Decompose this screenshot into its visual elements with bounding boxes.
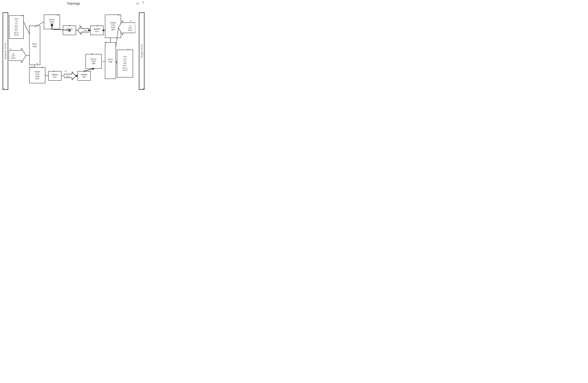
target-scsi-box: Target SCSI xyxy=(139,12,145,90)
ref-16: 16 xyxy=(41,67,43,68)
svg-text:10: 10 xyxy=(136,3,138,5)
serdes-8-10-right-box: SERDES8/10 xyxy=(90,26,104,35)
ref-24: 24 xyxy=(91,53,93,55)
serdes-8-10-right-label: SERDES8/10 xyxy=(94,28,100,33)
ref-14: 14 xyxy=(9,48,11,50)
target-scsi-label: Target SCSI xyxy=(140,44,143,58)
receive-serial-shift-top-label: ReceiveSerialShift xyxy=(49,19,55,25)
signals-left-box: MSGC/DI/OREQSELBSYBus LoBus Hi xyxy=(9,15,24,39)
fibre-top-arrow: Fibre xyxy=(78,26,89,36)
signals-left-text: MSGC/DI/OREQSELBSYBus LoBus Hi xyxy=(14,18,19,36)
serdes-10-8-bottom-box: SERDES10/8 xyxy=(78,71,91,81)
svg-marker-5 xyxy=(64,72,76,80)
ref-40: 40 xyxy=(68,25,70,26)
serdes-8-10-left-label: SERDES8/10 xyxy=(52,74,58,78)
atn-ack-signals-box: ATNACKSELBSYRSTBus LoBus Hi xyxy=(117,50,133,77)
ref-44: 44 xyxy=(36,63,38,65)
serdes-10-8-top-box: SERDES10/8 xyxy=(63,26,76,35)
svg-line-20 xyxy=(45,75,48,76)
svg-line-29 xyxy=(116,61,117,63)
svg-text:All: All xyxy=(129,25,131,27)
ref-26: 26 xyxy=(105,41,106,43)
driver-logic-right-label: DriverLogic xyxy=(108,58,113,63)
page-title: Topology xyxy=(0,0,147,5)
receive-serial-shift-top-box: ReceiveSerialShift xyxy=(44,15,60,29)
ref-28: 28 xyxy=(127,49,129,51)
ref-22: 22 xyxy=(84,70,85,72)
ref-20: 20 xyxy=(65,70,66,72)
driver-logic-right-box: DriverLogic xyxy=(105,42,116,79)
ref-30: 30 xyxy=(142,88,144,89)
svg-text:SCSI: SCSI xyxy=(11,55,15,57)
parallel-load-left-box: ParallelLoad,SerialShift xyxy=(29,67,45,83)
ref-42: 42 xyxy=(57,14,59,16)
ref-12: 12 xyxy=(3,88,5,89)
driver-logic-left-box: DriverLogic xyxy=(29,26,40,65)
serdes-8-10-left-box: SERDES8/10 xyxy=(48,71,62,81)
receive-serial-shift-bottom-label: ReceiveSerialShift xyxy=(91,58,97,65)
svg-line-13 xyxy=(24,22,29,34)
connection-arrows xyxy=(0,0,147,96)
serdes-10-8-bottom-label: SERDES10/8 xyxy=(81,74,87,78)
svg-text:Signals: Signals xyxy=(128,29,132,31)
ref-36: 36 xyxy=(97,25,98,26)
diagram: Topology 10 Initiator SCSI 12 Target SCS… xyxy=(0,0,147,96)
initiator-scsi-label: Initiator SCSI xyxy=(4,43,7,59)
parallel-load-left-label: ParallelLoad,SerialShift xyxy=(35,71,40,80)
receive-serial-shift-bottom-box: ReceiveSerialShift xyxy=(85,54,102,69)
svg-text:Fibre: Fibre xyxy=(66,75,70,77)
driver-logic-left-label: DriverLogic xyxy=(32,43,37,47)
corner-ref: 10 xyxy=(136,1,145,6)
svg-text:Fibre: Fibre xyxy=(84,30,87,31)
svg-text:All: All xyxy=(12,53,14,55)
all-scsi-signals-right: All SCSI Signals xyxy=(118,20,135,36)
initiator-scsi-box: Initiator SCSI xyxy=(3,12,8,90)
fibre-bottom-arrow: Fibre xyxy=(64,71,76,81)
all-scsi-signals-left: All SCSI Signals xyxy=(9,48,26,63)
svg-line-23 xyxy=(84,69,94,71)
svg-marker-9 xyxy=(118,20,135,35)
ref-32: 32 xyxy=(130,20,131,22)
parallel-load-right-label: ParallelLoad,SerialShift xyxy=(110,22,116,31)
ref-34: 34 xyxy=(118,14,119,16)
atn-ack-signals-label: ATNACKSELBSYRSTBus LoBus Hi xyxy=(123,56,127,71)
svg-marker-7 xyxy=(78,26,89,34)
serdes-10-8-top-label: SERDES10/8 xyxy=(66,28,73,33)
svg-text:SCSI: SCSI xyxy=(128,27,132,29)
svg-text:Signals: Signals xyxy=(11,57,16,59)
ref-18: 18 xyxy=(53,70,55,72)
ref-38: 38 xyxy=(79,25,81,26)
ref-46: 46 xyxy=(22,15,23,16)
